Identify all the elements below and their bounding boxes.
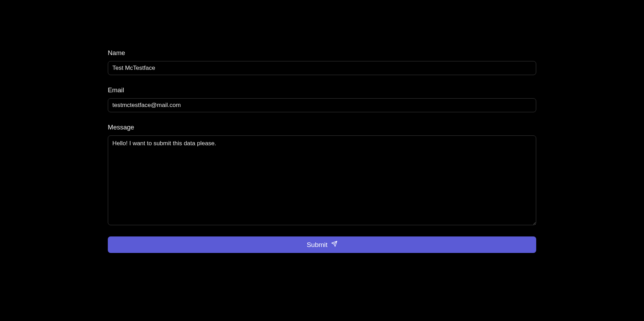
name-field-group: Name: [108, 49, 536, 75]
name-label: Name: [108, 49, 536, 57]
send-icon: [331, 241, 337, 249]
message-textarea[interactable]: [108, 135, 536, 225]
submit-button[interactable]: Submit: [108, 236, 536, 253]
name-input[interactable]: [108, 61, 536, 75]
email-input[interactable]: [108, 98, 536, 112]
message-field-group: Message: [108, 123, 536, 225]
message-label: Message: [108, 123, 536, 131]
email-field-group: Email: [108, 86, 536, 112]
contact-form: Name Email Message Submit: [108, 49, 536, 253]
submit-button-label: Submit: [307, 241, 327, 249]
email-label: Email: [108, 86, 536, 94]
